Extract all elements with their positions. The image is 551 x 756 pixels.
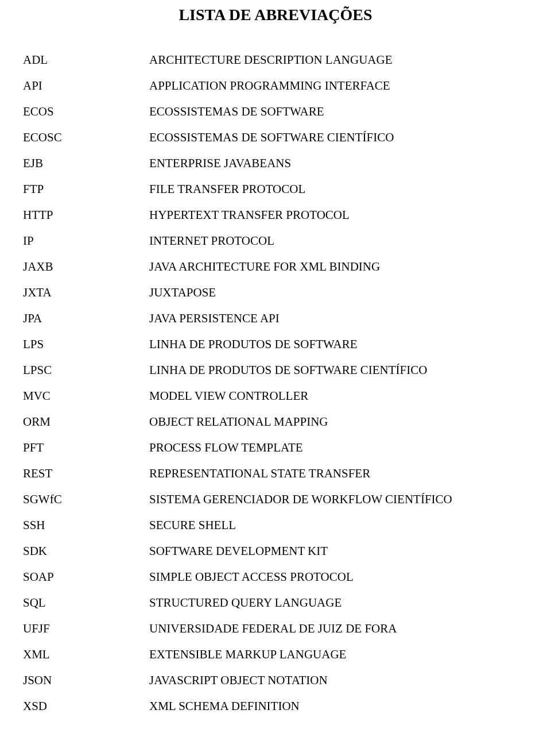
abbreviation-cell: ECOSC — [23, 125, 149, 151]
table-row: JXTAJUXTAPOSE — [23, 280, 528, 306]
abbreviation-cell: REST — [23, 461, 149, 487]
abbreviation-cell: XSD — [23, 693, 149, 719]
abbreviation-cell: HTTP — [23, 202, 149, 228]
table-row: EJBENTERPRISE JAVABEANS — [23, 151, 528, 176]
abbreviation-cell: LPS — [23, 331, 149, 357]
table-row: RESTREPRESENTATIONAL STATE TRANSFER — [23, 461, 528, 487]
abbreviation-cell: SOAP — [23, 564, 149, 590]
abbreviation-cell: SSH — [23, 512, 149, 538]
table-row: SSHSECURE SHELL — [23, 512, 528, 538]
abbreviations-table: ADLARCHITECTURE DESCRIPTION LANGUAGEAPIA… — [23, 47, 528, 719]
table-row: HTTPHYPERTEXT TRANSFER PROTOCOL — [23, 202, 528, 228]
definition-cell: INTERNET PROTOCOL — [149, 228, 528, 254]
table-row: IPINTERNET PROTOCOL — [23, 228, 528, 254]
definition-cell: STRUCTURED QUERY LANGUAGE — [149, 590, 528, 616]
definition-cell: ECOSSISTEMAS DE SOFTWARE — [149, 99, 528, 125]
definition-cell: UNIVERSIDADE FEDERAL DE JUIZ DE FORA — [149, 616, 528, 642]
abbreviations-tbody: ADLARCHITECTURE DESCRIPTION LANGUAGEAPIA… — [23, 47, 528, 719]
table-row: ECOSCECOSSISTEMAS DE SOFTWARE CIENTÍFICO — [23, 125, 528, 151]
abbreviation-cell: API — [23, 73, 149, 99]
definition-cell: SECURE SHELL — [149, 512, 528, 538]
abbreviation-cell: JXTA — [23, 280, 149, 306]
definition-cell: EXTENSIBLE MARKUP LANGUAGE — [149, 642, 528, 668]
page-title: LISTA DE ABREVIAÇÕES — [23, 6, 528, 24]
abbreviation-cell: SDK — [23, 538, 149, 564]
abbreviation-cell: ORM — [23, 409, 149, 435]
abbreviation-cell: MVC — [23, 383, 149, 409]
abbreviation-cell: JPA — [23, 306, 149, 331]
abbreviation-cell: SQL — [23, 590, 149, 616]
table-row: XSDXML SCHEMA DEFINITION — [23, 693, 528, 719]
definition-cell: ARCHITECTURE DESCRIPTION LANGUAGE — [149, 47, 528, 73]
abbreviation-cell: JAXB — [23, 254, 149, 280]
table-row: ECOSECOSSISTEMAS DE SOFTWARE — [23, 99, 528, 125]
definition-cell: LINHA DE PRODUTOS DE SOFTWARE — [149, 331, 528, 357]
definition-cell: ECOSSISTEMAS DE SOFTWARE CIENTÍFICO — [149, 125, 528, 151]
abbreviation-cell: JSON — [23, 668, 149, 693]
definition-cell: SOFTWARE DEVELOPMENT KIT — [149, 538, 528, 564]
definition-cell: ENTERPRISE JAVABEANS — [149, 151, 528, 176]
abbreviation-cell: SGWfC — [23, 487, 149, 512]
definition-cell: OBJECT RELATIONAL MAPPING — [149, 409, 528, 435]
table-row: LPSCLINHA DE PRODUTOS DE SOFTWARE CIENTÍ… — [23, 357, 528, 383]
abbreviation-cell: ADL — [23, 47, 149, 73]
abbreviation-cell: FTP — [23, 176, 149, 202]
table-row: SDKSOFTWARE DEVELOPMENT KIT — [23, 538, 528, 564]
table-row: SGWfCSISTEMA GERENCIADOR DE WORKFLOW CIE… — [23, 487, 528, 512]
abbreviation-cell: UFJF — [23, 616, 149, 642]
definition-cell: JAVA PERSISTENCE API — [149, 306, 528, 331]
definition-cell: APPLICATION PROGRAMMING INTERFACE — [149, 73, 528, 99]
abbreviation-cell: LPSC — [23, 357, 149, 383]
table-row: PFTPROCESS FLOW TEMPLATE — [23, 435, 528, 461]
abbreviation-cell: EJB — [23, 151, 149, 176]
table-row: SQLSTRUCTURED QUERY LANGUAGE — [23, 590, 528, 616]
table-row: ADLARCHITECTURE DESCRIPTION LANGUAGE — [23, 47, 528, 73]
definition-cell: XML SCHEMA DEFINITION — [149, 693, 528, 719]
abbreviation-cell: IP — [23, 228, 149, 254]
definition-cell: SISTEMA GERENCIADOR DE WORKFLOW CIENTÍFI… — [149, 487, 528, 512]
table-row: LPSLINHA DE PRODUTOS DE SOFTWARE — [23, 331, 528, 357]
table-row: XMLEXTENSIBLE MARKUP LANGUAGE — [23, 642, 528, 668]
abbreviation-cell: XML — [23, 642, 149, 668]
definition-cell: MODEL VIEW CONTROLLER — [149, 383, 528, 409]
definition-cell: SIMPLE OBJECT ACCESS PROTOCOL — [149, 564, 528, 590]
definition-cell: LINHA DE PRODUTOS DE SOFTWARE CIENTÍFICO — [149, 357, 528, 383]
definition-cell: REPRESENTATIONAL STATE TRANSFER — [149, 461, 528, 487]
table-row: ORMOBJECT RELATIONAL MAPPING — [23, 409, 528, 435]
definition-cell: JAVA ARCHITECTURE FOR XML BINDING — [149, 254, 528, 280]
table-row: JPAJAVA PERSISTENCE API — [23, 306, 528, 331]
table-row: UFJFUNIVERSIDADE FEDERAL DE JUIZ DE FORA — [23, 616, 528, 642]
abbreviation-cell: PFT — [23, 435, 149, 461]
definition-cell: JAVASCRIPT OBJECT NOTATION — [149, 668, 528, 693]
document-page: LISTA DE ABREVIAÇÕES ADLARCHITECTURE DES… — [0, 0, 551, 742]
definition-cell: JUXTAPOSE — [149, 280, 528, 306]
table-row: JAXBJAVA ARCHITECTURE FOR XML BINDING — [23, 254, 528, 280]
definition-cell: FILE TRANSFER PROTOCOL — [149, 176, 528, 202]
table-row: MVCMODEL VIEW CONTROLLER — [23, 383, 528, 409]
table-row: APIAPPLICATION PROGRAMMING INTERFACE — [23, 73, 528, 99]
table-row: JSONJAVASCRIPT OBJECT NOTATION — [23, 668, 528, 693]
definition-cell: HYPERTEXT TRANSFER PROTOCOL — [149, 202, 528, 228]
definition-cell: PROCESS FLOW TEMPLATE — [149, 435, 528, 461]
abbreviation-cell: ECOS — [23, 99, 149, 125]
table-row: FTPFILE TRANSFER PROTOCOL — [23, 176, 528, 202]
table-row: SOAPSIMPLE OBJECT ACCESS PROTOCOL — [23, 564, 528, 590]
